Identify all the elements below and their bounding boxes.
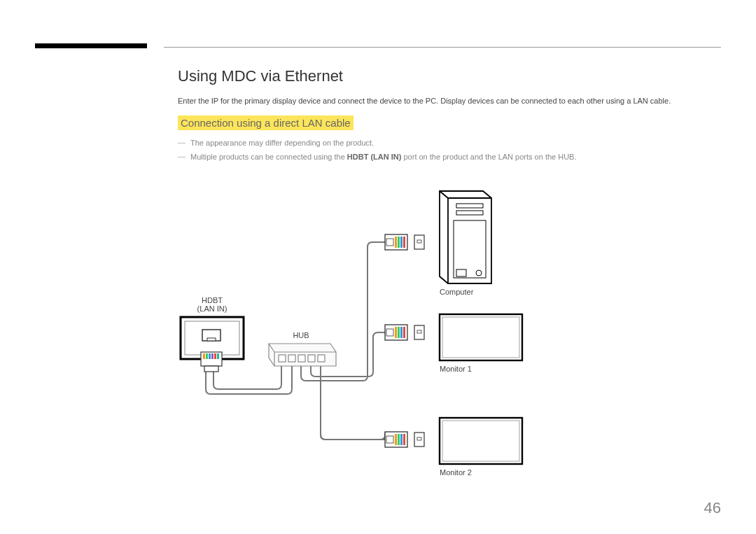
svg-rect-28 — [456, 269, 466, 276]
svg-rect-13 — [288, 355, 295, 362]
rj45-plug-monitor2 — [385, 432, 424, 447]
svg-rect-36 — [414, 325, 424, 339]
svg-rect-25 — [456, 204, 483, 208]
svg-rect-16 — [318, 355, 325, 362]
page-heading: Using MDC via Ethernet — [178, 67, 721, 85]
label-hdbt: HDBT (LAN IN) — [189, 296, 235, 313]
svg-rect-39 — [442, 317, 519, 358]
svg-rect-6 — [203, 353, 205, 359]
monitor-2 — [440, 418, 522, 464]
section-bar — [35, 43, 147, 48]
svg-rect-7 — [206, 353, 208, 359]
sub-heading: Connection using a direct LAN cable — [178, 115, 354, 130]
svg-rect-12 — [279, 355, 286, 362]
svg-rect-46 — [414, 433, 424, 447]
svg-rect-5 — [204, 366, 218, 372]
hub — [269, 344, 336, 366]
label-monitor1: Monitor 1 — [440, 365, 472, 373]
note-text: The appearance may differ depending on t… — [190, 139, 374, 147]
svg-rect-18 — [386, 239, 393, 246]
svg-rect-23 — [414, 235, 424, 249]
svg-rect-49 — [442, 421, 519, 461]
svg-point-29 — [476, 270, 482, 276]
svg-rect-15 — [308, 355, 315, 362]
svg-rect-45 — [403, 434, 405, 445]
connection-diagram: HDBT (LAN IN) HUB Computer Monitor 1 Mon… — [178, 176, 556, 470]
notes-list: The appearance may differ depending on t… — [178, 137, 721, 163]
diagram-svg — [178, 176, 556, 470]
svg-rect-33 — [398, 327, 400, 338]
intro-text: Enter the IP for the primary display dev… — [178, 95, 721, 107]
svg-rect-8 — [209, 353, 211, 359]
svg-rect-44 — [400, 434, 402, 445]
note-item: The appearance may differ depending on t… — [178, 137, 721, 149]
horizontal-rule — [164, 47, 721, 48]
svg-rect-42 — [395, 434, 397, 445]
label-hdbt-text: HDBT — [202, 296, 223, 304]
svg-rect-20 — [398, 237, 400, 248]
svg-rect-11 — [217, 353, 219, 359]
svg-rect-32 — [395, 327, 397, 338]
svg-rect-43 — [398, 434, 400, 445]
svg-rect-34 — [400, 327, 402, 338]
label-hub: HUB — [287, 331, 315, 339]
svg-rect-26 — [456, 211, 483, 215]
svg-rect-41 — [386, 436, 393, 443]
page-number: 46 — [704, 499, 721, 517]
svg-rect-10 — [214, 353, 216, 359]
svg-rect-22 — [403, 237, 405, 248]
svg-rect-35 — [403, 327, 405, 338]
computer-tower — [440, 191, 491, 283]
monitor-1 — [440, 314, 522, 360]
rj45-plug-computer — [385, 234, 424, 250]
note-text-before: Multiple products can be connected using… — [190, 153, 347, 161]
rj45-plug-monitor1 — [385, 325, 424, 340]
note-text-after: port on the product and the LAN ports on… — [401, 153, 576, 161]
svg-rect-31 — [386, 329, 393, 336]
svg-rect-21 — [400, 237, 402, 248]
content-area: Using MDC via Ethernet Enter the IP for … — [178, 67, 721, 470]
svg-rect-14 — [298, 355, 305, 362]
svg-rect-19 — [395, 237, 397, 248]
note-item: Multiple products can be connected using… — [178, 151, 721, 163]
svg-rect-3 — [207, 338, 216, 341]
label-lanin-text: (LAN IN) — [197, 304, 227, 313]
label-monitor2: Monitor 2 — [440, 468, 472, 477]
svg-rect-9 — [211, 353, 214, 359]
label-computer: Computer — [440, 288, 473, 296]
note-bold: HDBT (LAN IN) — [347, 153, 402, 161]
rj45-plug-hdbt — [201, 352, 222, 372]
